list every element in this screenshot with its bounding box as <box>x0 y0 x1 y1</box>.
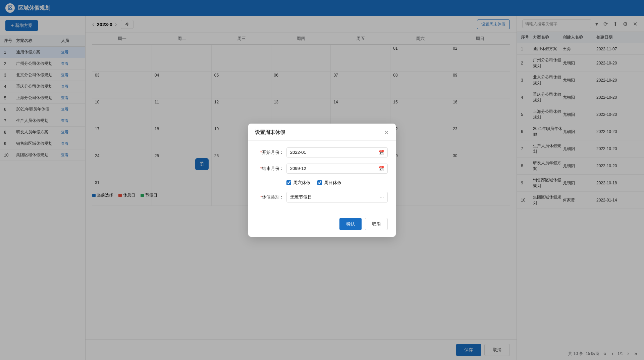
dialog-body: *开始月份： 2022-01 📅 *结束月份： 2099-12 📅 <box>248 141 396 215</box>
category-input[interactable]: 无班节假日 ··· <box>286 192 388 203</box>
end-month-row: *结束月份： 2099-12 📅 <box>256 164 388 174</box>
calendar-icon-end: 📅 <box>378 166 384 171</box>
required-star2: * <box>260 166 262 171</box>
dialog-title: 设置周末休假 <box>255 129 285 136</box>
start-month-input[interactable]: 2022-01 📅 <box>286 147 388 158</box>
category-value: 无班节假日 <box>290 194 312 200</box>
saturday-checkbox-label[interactable]: 周六休假 <box>286 180 311 186</box>
category-row: *休假类别： 无班节假日 ··· <box>256 192 388 203</box>
required-star3: * <box>260 194 262 199</box>
sunday-label: 周日休假 <box>324 180 341 186</box>
sunday-checkbox[interactable] <box>317 180 322 185</box>
dialog-header: 设置周末休假 ✕ <box>248 124 396 141</box>
sunday-checkbox-label[interactable]: 周日休假 <box>317 180 341 186</box>
start-month-row: *开始月份： 2022-01 📅 <box>256 147 388 158</box>
end-month-input[interactable]: 2099-12 📅 <box>286 164 388 174</box>
confirm-button[interactable]: 确认 <box>339 218 362 230</box>
checkbox-row: 周六休假 周日休假 <box>256 180 388 186</box>
start-month-value: 2022-01 <box>290 150 306 155</box>
saturday-label: 周六休假 <box>293 180 311 186</box>
category-label: *休假类别： <box>256 194 286 200</box>
dialog-close-button[interactable]: ✕ <box>384 129 389 136</box>
end-month-label: *结束月份： <box>256 166 286 172</box>
calendar-icon-start: 📅 <box>378 150 384 155</box>
modal-overlay: 设置周末休假 ✕ *开始月份： 2022-01 📅 *结束月份： 2099-12 <box>0 0 644 360</box>
dialog-cancel-button[interactable]: 取消 <box>365 218 388 230</box>
dialog-footer: 确认 取消 <box>248 215 396 237</box>
dots-button[interactable]: ··· <box>380 194 384 200</box>
end-month-value: 2099-12 <box>290 166 306 171</box>
saturday-checkbox[interactable] <box>286 180 291 185</box>
dialog: 设置周末休假 ✕ *开始月份： 2022-01 📅 *结束月份： 2099-12 <box>248 124 396 237</box>
start-month-label: *开始月份： <box>256 149 286 155</box>
required-star: * <box>260 150 262 155</box>
